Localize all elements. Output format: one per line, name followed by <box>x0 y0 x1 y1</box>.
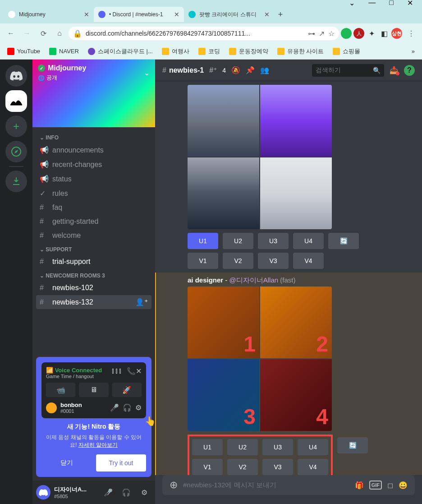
v1-button[interactable]: V1 <box>188 253 218 269</box>
reroll-button[interactable]: 🔄 <box>337 437 368 453</box>
sidepanel-icon[interactable]: ◧ <box>379 28 390 39</box>
search-input[interactable]: 검색하기 🔍 <box>312 64 384 77</box>
nitro-learn-more-link[interactable]: 자세히 알아보기 <box>78 442 118 448</box>
disconnect-icon[interactable]: 📞✕ <box>127 367 142 375</box>
v2-button[interactable]: V2 <box>223 253 253 269</box>
gif-icon[interactable]: GIF <box>369 481 382 490</box>
add-attachment-icon[interactable]: ⊕ <box>170 479 178 491</box>
mention[interactable]: @디자이너Allan <box>229 276 279 284</box>
u4-button[interactable]: U4 <box>293 233 324 249</box>
category-support[interactable]: SUPPORT <box>32 243 155 254</box>
bookmark-travel[interactable]: 여행사 <box>159 46 192 57</box>
bookmark-naver[interactable]: NAVER <box>46 46 82 57</box>
video-button[interactable]: 📹 <box>46 383 75 397</box>
browser-tab-discord[interactable]: • Discord | #newbies-1 ✕ <box>94 7 184 22</box>
avatar[interactable] <box>36 485 50 499</box>
image-grid[interactable] <box>188 85 332 229</box>
url-input[interactable]: 🔒 discord.com/channels/66226797698429747… <box>69 27 339 40</box>
v3-button[interactable]: V3 <box>262 459 293 475</box>
bookmark-youtube[interactable]: YouTube <box>5 46 43 57</box>
channel-welcome[interactable]: #welcome <box>36 229 151 242</box>
channel-getting-started[interactable]: #getting-started <box>36 215 151 228</box>
close-icon[interactable]: ✕ <box>84 11 89 18</box>
image-grid[interactable]: 1 2 3 4 <box>188 287 332 431</box>
category-newcomer[interactable]: NEWCOMER ROOMS 3 <box>32 269 155 281</box>
mic-muted-icon[interactable]: 🎤̸ <box>101 488 115 497</box>
bookmark-useful[interactable]: 유용한 사이트 <box>275 46 327 57</box>
members-icon[interactable]: 👥 <box>260 66 269 74</box>
activity-button[interactable]: 🚀 <box>112 383 142 397</box>
menu-icon[interactable]: ⋮ <box>404 26 418 41</box>
v3-button[interactable]: V3 <box>258 253 289 269</box>
browser-tab-midjourney[interactable]: Midjourney ✕ <box>4 7 94 22</box>
new-tab-button[interactable]: + <box>274 8 287 21</box>
help-icon[interactable]: ? <box>404 65 415 76</box>
channel-faq[interactable]: #faq <box>36 201 151 214</box>
bookmark-spacecloud[interactable]: 스페이스클라우드 |... <box>85 46 156 57</box>
key-icon[interactable]: ⊶ <box>308 29 315 38</box>
browser-tab-podbbang[interactable]: 팟빵 크리에이터 스튜디 ✕ <box>184 7 274 22</box>
gear-icon[interactable]: ⚙ <box>135 403 142 412</box>
forward-button[interactable]: → <box>20 26 34 41</box>
screen-share-button[interactable]: 🖥 <box>79 383 108 397</box>
star-icon[interactable]: ☆ <box>328 29 335 38</box>
chevron-down-icon[interactable]: ⌄ <box>349 0 355 7</box>
discord-home-button[interactable] <box>5 65 27 87</box>
shazam-extension-icon[interactable] <box>341 28 352 39</box>
category-info[interactable]: INFO <box>32 131 155 143</box>
threads-icon[interactable]: #⁺ <box>209 66 217 74</box>
v2-button[interactable]: V2 <box>227 459 258 475</box>
gift-icon[interactable]: 🎁 <box>355 481 364 490</box>
close-icon[interactable]: ✕ <box>264 11 270 18</box>
inbox-icon[interactable]: 📥 <box>390 66 399 74</box>
extensions-icon[interactable]: ✦ <box>366 28 377 39</box>
back-button[interactable]: ← <box>4 26 18 41</box>
share-icon[interactable]: ↗ <box>319 29 325 38</box>
u3-button[interactable]: U3 <box>258 233 289 249</box>
channel-announcements[interactable]: 📢announcements <box>36 143 151 157</box>
sticker-icon[interactable]: ◻ <box>387 481 393 490</box>
nitro-close-button[interactable]: 닫기 <box>41 454 92 472</box>
notifications-muted-icon[interactable]: 🔕 <box>231 66 240 74</box>
pdf-extension-icon[interactable]: 人 <box>353 28 364 39</box>
channel-rules[interactable]: ✓rules <box>36 186 151 200</box>
u2-button[interactable]: U2 <box>223 233 253 249</box>
mic-icon[interactable]: 🎤 <box>110 403 119 412</box>
channel-newbies-102[interactable]: #newbies-102 <box>36 281 151 295</box>
noise-suppression-icon[interactable]: ⫿⫿⫿ <box>111 367 122 375</box>
home-button[interactable]: ⌂ <box>52 26 67 41</box>
reroll-button[interactable]: 🔄 <box>328 233 359 249</box>
nitro-try-button[interactable]: Try it out <box>96 454 146 472</box>
u3-button[interactable]: U3 <box>262 439 293 455</box>
close-icon[interactable]: ✕ <box>174 11 179 18</box>
headphones-icon[interactable]: 🎧 <box>119 488 133 497</box>
server-midjourney[interactable] <box>5 90 27 112</box>
download-apps-button[interactable] <box>5 171 27 192</box>
bookmark-shopping[interactable]: 쇼핑몰 <box>330 46 363 57</box>
v4-button[interactable]: V4 <box>293 253 324 269</box>
v1-button[interactable]: V1 <box>192 459 223 475</box>
add-server-button[interactable]: + <box>5 116 27 137</box>
bookmark-overflow[interactable]: » <box>409 46 417 56</box>
explore-servers-button[interactable] <box>5 141 27 162</box>
add-user-icon[interactable]: 👤⁺ <box>135 298 148 306</box>
bookmark-sports[interactable]: 운동장예약 <box>226 46 271 57</box>
maximize-icon[interactable]: □ <box>389 0 394 7</box>
channel-recent-changes[interactable]: 📢recent-changes <box>36 157 151 171</box>
chevron-down-icon[interactable]: ⌄ <box>144 69 150 77</box>
server-header[interactable]: ✓ Midjourney 🌐 공개 ⌄ <box>38 64 150 82</box>
u2-button[interactable]: U2 <box>227 439 258 455</box>
profile-badge[interactable]: 상현 <box>391 28 402 39</box>
pinned-icon[interactable]: 📌 <box>246 66 255 74</box>
reload-button[interactable]: ⟳ <box>36 26 50 41</box>
u1-button[interactable]: U1 <box>188 233 218 249</box>
u4-button[interactable]: U4 <box>298 439 328 455</box>
channel-newbies-132[interactable]: #newbies-132👤⁺ <box>36 295 151 309</box>
u1-button[interactable]: U1 <box>192 439 223 455</box>
channel-status[interactable]: 📢status <box>36 172 151 186</box>
v4-button[interactable]: V4 <box>298 459 328 475</box>
headphones-icon[interactable]: 🎧 <box>123 403 132 412</box>
bookmark-coding[interactable]: 코딩 <box>196 46 223 57</box>
channel-trial-support[interactable]: #trial-support <box>36 255 151 268</box>
emoji-icon[interactable]: 😀 <box>399 481 408 490</box>
